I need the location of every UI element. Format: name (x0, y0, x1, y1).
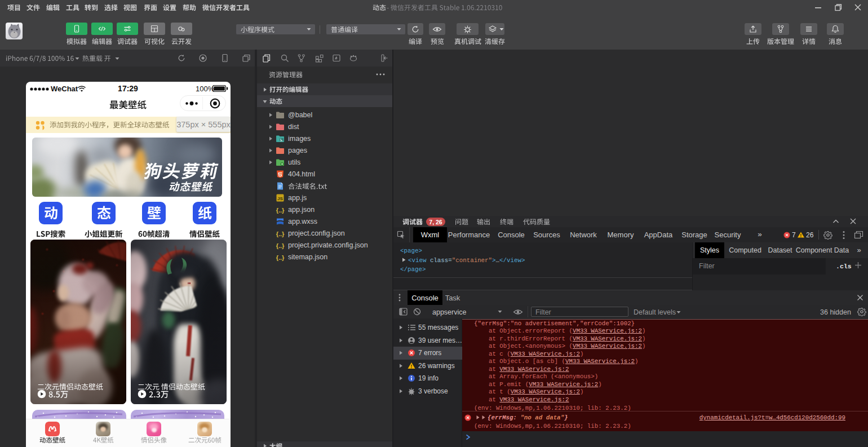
svg-text:{..}: {..} (276, 254, 285, 261)
svg-text:JS: JS (277, 196, 283, 201)
svg-text:{..}: {..} (276, 207, 285, 214)
svg-text:{..}: {..} (276, 242, 285, 249)
svg-text:{..}: {..} (276, 231, 285, 237)
